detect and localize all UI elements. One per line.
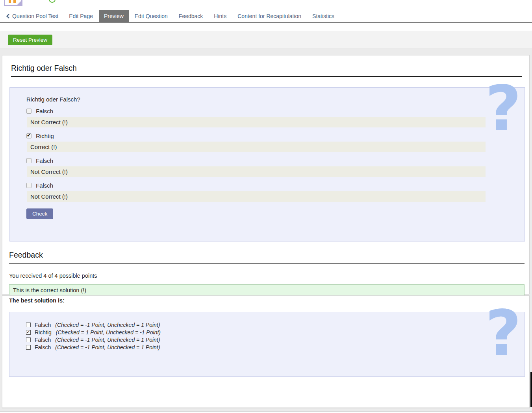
points-received-text: You received 4 of 4 possible points	[9, 273, 529, 279]
question-preview-panel: Richtig oder Falsch ? Richtig oder Falsc…	[2, 55, 530, 294]
best-solution-row: Falsch (Checked = -1 Point, Unchecked = …	[26, 322, 525, 328]
solution-label: Richtig	[35, 329, 52, 336]
solution-points-note: (Checked = 1 Point, Unchecked = -1 Point…	[56, 329, 161, 336]
answer-checkbox[interactable]	[26, 158, 32, 163]
scrollbar-fragment[interactable]	[530, 372, 532, 407]
back-link-question-pool-test[interactable]: Question Pool Test	[6, 10, 58, 22]
solution-checkbox	[26, 337, 31, 342]
solution-points-note: (Checked = -1 Point, Unchecked = 1 Point…	[55, 337, 160, 343]
answer-checkbox[interactable]	[26, 133, 32, 138]
best-solution-panel: The best solution is: ? Falsch (Checked …	[2, 295, 530, 408]
answer-option-row: Richtig	[26, 133, 525, 139]
question-text: Richtig oder Falsch?	[26, 96, 525, 103]
tab-feedback[interactable]: Feedback	[174, 10, 208, 22]
next-panel-edge	[0, 411, 532, 413]
reset-preview-button[interactable]: Reset Preview	[8, 35, 52, 45]
tab-bar: Question Pool Test Edit Page Preview Edi…	[0, 10, 532, 23]
status-circle-icon	[49, 0, 56, 3]
logo-fold	[17, 1, 21, 5]
answer-option-row: Falsch	[26, 157, 525, 164]
solution-label: Falsch	[35, 322, 51, 328]
solution-label: Falsch	[35, 337, 51, 343]
answer-label: Falsch	[36, 182, 53, 189]
back-chevron-icon	[6, 14, 9, 18]
question-title: Richtig oder Falsch	[11, 64, 522, 77]
answer-checkbox[interactable]	[26, 183, 32, 188]
correct-solution-message: This is the correct solution (!)	[9, 284, 525, 296]
solution-points-note: (Checked = -1 Point, Unchecked = 1 Point…	[55, 322, 160, 328]
header: Question Pool Test Edit Page Preview Edi…	[0, 0, 532, 23]
logo-detail	[9, 0, 11, 3]
best-solution-row: Richtig (Checked = 1 Point, Unchecked = …	[26, 329, 525, 336]
answer-feedback-row: Not Correct (!)	[27, 117, 486, 127]
best-solution-row: Falsch (Checked = -1 Point, Unchecked = …	[26, 337, 525, 343]
answer-label: Falsch	[36, 108, 53, 114]
answer-option-row: Falsch	[26, 182, 525, 189]
back-link-label: Question Pool Test	[12, 13, 58, 19]
solution-checkbox	[26, 330, 31, 335]
tab-edit-question[interactable]: Edit Question	[130, 10, 173, 22]
tab-hints[interactable]: Hints	[209, 10, 232, 22]
answer-checkbox[interactable]	[26, 109, 32, 114]
tab-content-for-recapitulation[interactable]: Content for Recapitulation	[232, 10, 306, 22]
question-block: ? Richtig oder Falsch? Falsch Not Correc…	[9, 87, 525, 242]
solution-points-note: (Checked = -1 Point, Unchecked = 1 Point…	[55, 344, 160, 350]
answer-label: Falsch	[36, 157, 53, 164]
best-solution-row: Falsch (Checked = -1 Point, Unchecked = …	[26, 344, 525, 350]
best-solution-block: ? Falsch (Checked = -1 Point, Unchecked …	[9, 312, 525, 377]
answer-feedback-row: Not Correct (!)	[27, 166, 486, 177]
solution-label: Falsch	[35, 344, 51, 350]
tab-edit-page[interactable]: Edit Page	[64, 10, 98, 22]
answer-feedback-row: Not Correct (!)	[27, 191, 486, 202]
toolbar: Reset Preview	[0, 31, 532, 48]
feedback-heading: Feedback	[9, 251, 525, 264]
ilias-logo-icon[interactable]	[4, 0, 22, 6]
logo-detail	[13, 0, 16, 3]
tab-preview[interactable]: Preview	[99, 10, 129, 22]
solution-checkbox	[26, 323, 31, 327]
solution-checkbox	[26, 345, 31, 350]
answer-option-row: Falsch	[26, 108, 525, 114]
best-solution-label: The best solution is:	[9, 297, 529, 304]
tab-statistics[interactable]: Statistics	[307, 10, 339, 22]
answer-feedback-row: Correct (!)	[27, 142, 486, 152]
answer-label: Richtig	[36, 133, 54, 139]
check-button[interactable]: Check	[26, 208, 53, 219]
